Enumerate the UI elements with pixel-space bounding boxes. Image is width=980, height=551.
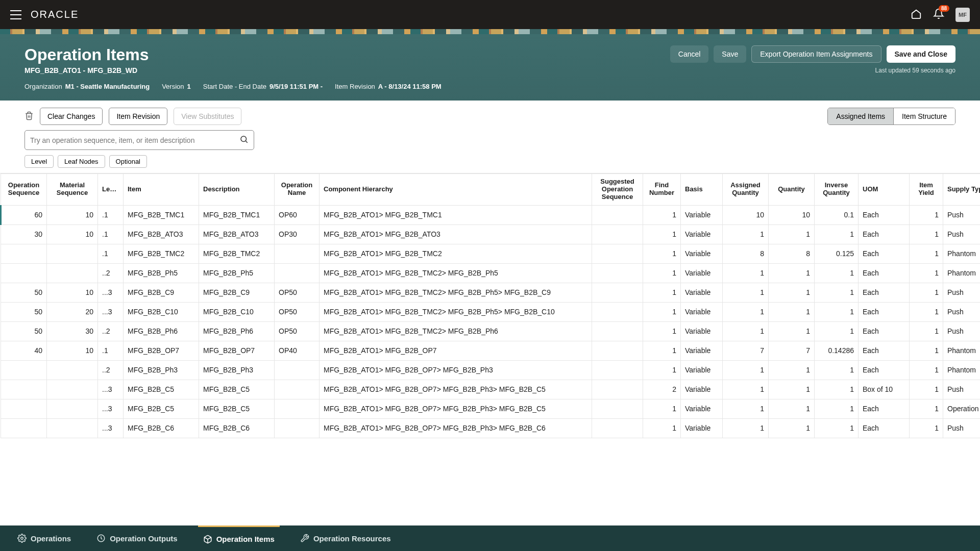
cell-uom[interactable]: Each [859, 283, 910, 302]
cell-comp[interactable]: MFG_B2B_ATO1> MFG_B2B_OP7 [320, 341, 592, 360]
table-row[interactable]: 5030..2MFG_B2B_Ph6MFG_B2B_Ph6OP50MFG_B2B… [1, 321, 981, 341]
col-suggested-op-seq[interactable]: Suggested Operation Sequence [592, 174, 643, 206]
cell-find[interactable]: 1 [643, 321, 681, 341]
cell-qty[interactable]: 7 [769, 341, 815, 360]
cell-assqty[interactable]: 1 [723, 418, 769, 438]
search-icon[interactable] [239, 135, 249, 145]
table-row[interactable]: ..2MFG_B2B_Ph3MFG_B2B_Ph3MFG_B2B_ATO1> M… [1, 360, 981, 380]
cell-basis[interactable]: Variable [681, 321, 723, 341]
cell-item[interactable]: MFG_B2B_Ph5 [124, 263, 199, 283]
cell-yield[interactable]: 1 [910, 302, 943, 321]
cell-matseq[interactable]: 10 [47, 224, 98, 244]
cell-opname[interactable]: OP50 [275, 302, 320, 321]
cell-find[interactable]: 1 [643, 263, 681, 283]
cell-matseq[interactable]: 30 [47, 321, 98, 341]
cell-basis[interactable]: Variable [681, 380, 723, 399]
tab-item-structure[interactable]: Item Structure [893, 108, 955, 124]
cell-uom[interactable]: Each [859, 321, 910, 341]
cell-matseq[interactable]: 10 [47, 283, 98, 302]
cell-basis[interactable]: Variable [681, 341, 723, 360]
cell-uom[interactable]: Each [859, 399, 910, 418]
cell-invqty[interactable]: 1 [815, 283, 859, 302]
cell-opseq[interactable] [1, 360, 47, 380]
cell-find[interactable]: 2 [643, 380, 681, 399]
cell-assqty[interactable]: 1 [723, 283, 769, 302]
cell-item[interactable]: MFG_B2B_TMC1 [124, 205, 199, 224]
cell-qty[interactable]: 1 [769, 321, 815, 341]
cell-find[interactable]: 1 [643, 360, 681, 380]
cell-uom[interactable]: Each [859, 224, 910, 244]
col-supply-type[interactable]: Supply Type [943, 174, 981, 206]
cell-opseq[interactable]: 30 [1, 224, 47, 244]
cell-item[interactable]: MFG_B2B_C9 [124, 283, 199, 302]
cell-sugg[interactable] [592, 321, 643, 341]
cell-sugg[interactable] [592, 263, 643, 283]
col-component-hierarchy[interactable]: Component Hierarchy [320, 174, 592, 206]
cell-opseq[interactable]: 50 [1, 302, 47, 321]
cell-desc[interactable]: MFG_B2B_TMC1 [199, 205, 275, 224]
cell-supply[interactable]: Push [943, 205, 981, 224]
cell-find[interactable]: 1 [643, 283, 681, 302]
table-row[interactable]: 3010.1MFG_B2B_ATO3MFG_B2B_ATO3OP30MFG_B2… [1, 224, 981, 244]
cell-uom[interactable]: Each [859, 418, 910, 438]
cell-comp[interactable]: MFG_B2B_ATO1> MFG_B2B_TMC2> MFG_B2B_Ph6 [320, 321, 592, 341]
cell-supply[interactable]: Phantom [943, 341, 981, 360]
cell-find[interactable]: 1 [643, 244, 681, 263]
cell-level[interactable]: ...3 [98, 399, 124, 418]
delete-icon[interactable] [24, 111, 34, 122]
cell-supply[interactable]: Push [943, 283, 981, 302]
cell-qty[interactable]: 1 [769, 302, 815, 321]
chip-leaf-nodes[interactable]: Leaf Nodes [58, 155, 105, 168]
cell-comp[interactable]: MFG_B2B_ATO1> MFG_B2B_OP7> MFG_B2B_Ph3> … [320, 399, 592, 418]
cell-yield[interactable]: 1 [910, 380, 943, 399]
cell-qty[interactable]: 1 [769, 224, 815, 244]
col-find-number[interactable]: Find Number [643, 174, 681, 206]
cell-item[interactable]: MFG_B2B_OP7 [124, 341, 199, 360]
cell-level[interactable]: ..2 [98, 360, 124, 380]
cell-sugg[interactable] [592, 360, 643, 380]
cell-assqty[interactable]: 10 [723, 205, 769, 224]
cell-comp[interactable]: MFG_B2B_ATO1> MFG_B2B_TMC1 [320, 205, 592, 224]
cell-qty[interactable]: 1 [769, 399, 815, 418]
cell-qty[interactable]: 10 [769, 205, 815, 224]
cell-yield[interactable]: 1 [910, 283, 943, 302]
cell-comp[interactable]: MFG_B2B_ATO1> MFG_B2B_ATO3 [320, 224, 592, 244]
cell-desc[interactable]: MFG_B2B_ATO3 [199, 224, 275, 244]
cell-level[interactable]: .1 [98, 341, 124, 360]
cell-sugg[interactable] [592, 380, 643, 399]
tab-operation-outputs[interactable]: Operation Outputs [91, 525, 183, 551]
cell-comp[interactable]: MFG_B2B_ATO1> MFG_B2B_TMC2 [320, 244, 592, 263]
cell-comp[interactable]: MFG_B2B_ATO1> MFG_B2B_OP7> MFG_B2B_Ph3 [320, 360, 592, 380]
cell-matseq[interactable] [47, 399, 98, 418]
cell-assqty[interactable]: 8 [723, 244, 769, 263]
cell-supply[interactable]: Operation [943, 399, 981, 418]
table-row[interactable]: 4010.1MFG_B2B_OP7MFG_B2B_OP7OP40MFG_B2B_… [1, 341, 981, 360]
cell-item[interactable]: MFG_B2B_C5 [124, 399, 199, 418]
cell-opname[interactable]: OP50 [275, 321, 320, 341]
search-input[interactable] [30, 136, 234, 144]
cell-opname[interactable] [275, 244, 320, 263]
cell-invqty[interactable]: 1 [815, 224, 859, 244]
cell-matseq[interactable] [47, 380, 98, 399]
cell-uom[interactable]: Box of 10 [859, 380, 910, 399]
cell-sugg[interactable] [592, 399, 643, 418]
cell-sugg[interactable] [592, 244, 643, 263]
cell-yield[interactable]: 1 [910, 418, 943, 438]
cell-opseq[interactable] [1, 263, 47, 283]
cell-opname[interactable] [275, 418, 320, 438]
tab-assigned-items[interactable]: Assigned Items [828, 108, 893, 124]
col-item[interactable]: Item [124, 174, 199, 206]
cell-opseq[interactable]: 50 [1, 321, 47, 341]
cell-uom[interactable]: Each [859, 244, 910, 263]
cell-opseq[interactable] [1, 418, 47, 438]
home-icon[interactable] [911, 8, 922, 21]
cell-opseq[interactable] [1, 244, 47, 263]
cell-invqty[interactable]: 1 [815, 263, 859, 283]
tab-operation-items[interactable]: Operation Items [198, 525, 280, 551]
cell-level[interactable]: ...3 [98, 380, 124, 399]
cell-opseq[interactable]: 50 [1, 283, 47, 302]
col-material-sequence[interactable]: Material Sequence [47, 174, 98, 206]
cell-assqty[interactable]: 1 [723, 321, 769, 341]
cell-item[interactable]: MFG_B2B_Ph3 [124, 360, 199, 380]
cell-uom[interactable]: Each [859, 205, 910, 224]
